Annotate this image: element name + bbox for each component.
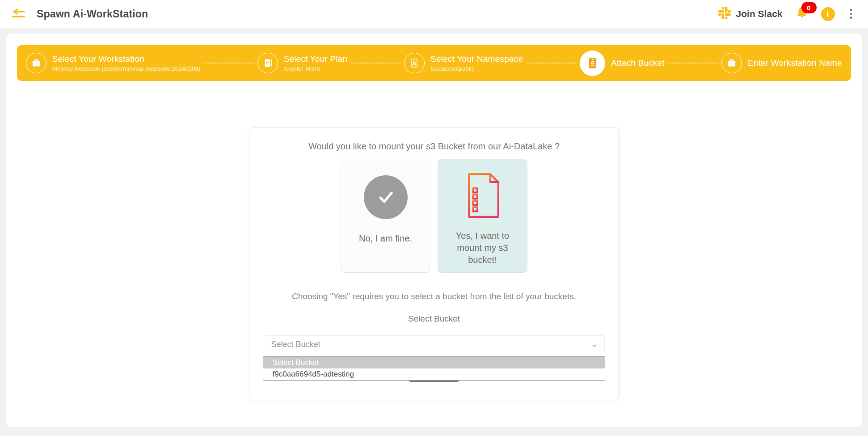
dropdown-option[interactable]: Select Bucket (263, 357, 605, 368)
bucket-dropdown-list: Select Bucket f9c0aa6694d5-adtesting (263, 356, 605, 381)
slack-icon (718, 7, 731, 21)
step-sublabel: Minimal Notebook (zeblok/minimal-noteboo… (52, 65, 201, 72)
wizard-stepper: Select Your Workstation Minimal Notebook… (17, 45, 851, 81)
select-bucket-label: Select Bucket (264, 314, 605, 324)
step-select-namespace[interactable]: Select Your Namespace fcaadcewitpublic (404, 53, 523, 73)
info-icon[interactable]: i (821, 7, 835, 21)
top-bar: Spawn Ai-WorkStation Join Slack 0 i (0, 0, 868, 28)
check-circle-icon (364, 175, 408, 219)
bucket-select-value: Select Bucket (271, 340, 320, 349)
id-badge-icon (404, 53, 425, 73)
sidebar-collapse-icon[interactable] (10, 7, 27, 21)
step-label: Select Your Namespace (430, 54, 523, 64)
option-no-label: No, I am fine. (359, 233, 412, 245)
notifications-button[interactable]: 0 (795, 6, 809, 21)
dropdown-option[interactable]: f9c0aa6694d5-adtesting (263, 368, 605, 380)
step-label: Select Your Plan (284, 54, 348, 64)
mount-options: No, I am fine. (264, 159, 605, 273)
checklist-document-icon (463, 171, 503, 222)
step-sublabel: fcaadcewitpublic (430, 65, 523, 72)
step-connector (527, 63, 576, 63)
notification-count-badge: 0 (801, 2, 817, 13)
mount-question: Would you like to mount your s3 Bucket f… (264, 141, 605, 152)
step-enter-workstation-name[interactable]: Enter Workstation Name (721, 53, 842, 73)
overflow-menu-icon[interactable] (847, 7, 855, 21)
option-yes-card[interactable]: Yes, I want to mount my s3 bucket! (438, 159, 527, 273)
step-connector (204, 63, 254, 63)
step-sublabel: reseller-Micro (284, 65, 348, 72)
id-badge-icon (580, 51, 605, 76)
option-no-card[interactable]: No, I am fine. (341, 159, 430, 273)
step-connector (351, 63, 400, 63)
step-attach-bucket[interactable]: Attach Bucket (580, 51, 665, 76)
bucket-select[interactable]: Select Bucket ⌄ (264, 335, 605, 353)
attach-bucket-panel: Would you like to mount your s3 Bucket f… (250, 127, 619, 400)
step-select-workstation[interactable]: Select Your Workstation Minimal Notebook… (26, 53, 201, 73)
step-select-plan[interactable]: Select Your Plan reseller-Micro (257, 53, 348, 73)
join-slack-label: Join Slack (736, 8, 783, 19)
step-label: Select Your Workstation (52, 54, 201, 64)
step-connector (668, 63, 718, 63)
step-label: Enter Workstation Name (748, 58, 842, 68)
main-container: Select Your Workstation Minimal Notebook… (6, 34, 862, 427)
chevron-down-icon: ⌄ (592, 341, 597, 348)
page-title: Spawn Ai-WorkStation (37, 8, 148, 20)
option-yes-label: Yes, I want to mount my s3 bucket! (444, 230, 521, 266)
choose-yes-note: Choosing "Yes" requires you to select a … (264, 292, 605, 301)
bell-icon (795, 13, 809, 21)
notepad-icon (257, 53, 278, 73)
briefcase-icon (26, 53, 46, 73)
briefcase-icon (721, 53, 742, 73)
join-slack-button[interactable]: Join Slack (718, 7, 783, 21)
step-label: Attach Bucket (611, 58, 665, 68)
bucket-select-area: Select Bucket ⌄ Select Bucket f9c0aa6694… (264, 335, 605, 382)
